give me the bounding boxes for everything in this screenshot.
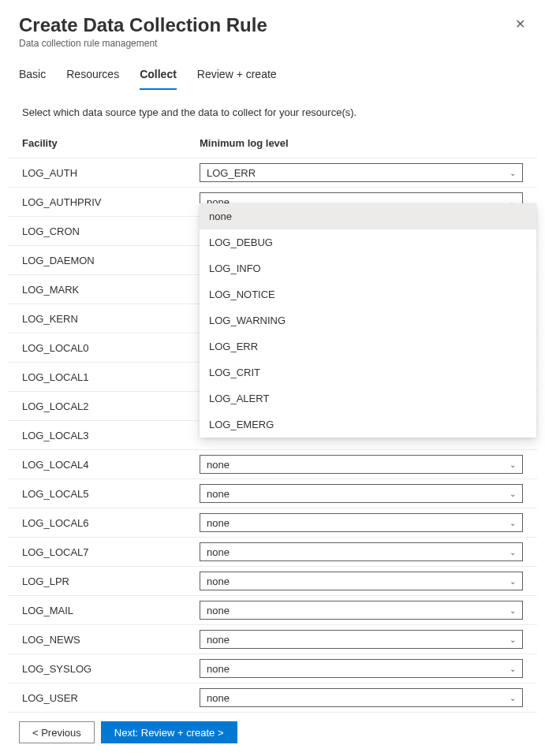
dropdown-option[interactable]: LOG_NOTICE — [200, 281, 536, 307]
tab-review-create[interactable]: Review + create — [197, 68, 277, 90]
select-value: none — [207, 663, 230, 675]
facility-label: LOG_USER — [22, 692, 200, 704]
select-value: none — [207, 605, 230, 616]
facility-label: LOG_LOCAL0 — [22, 342, 200, 354]
page-title: Create Data Collection Rule — [19, 14, 526, 36]
table-row: LOG_AUTHLOG_ERR⌄ — [8, 158, 537, 188]
log-level-select[interactable]: none⌄ — [200, 659, 523, 678]
select-value: none — [207, 546, 230, 558]
description-text: Select which data source type and the da… — [0, 91, 545, 129]
chevron-down-icon: ⌄ — [510, 490, 516, 498]
table-row: LOG_LOCAL4none⌄ — [8, 450, 537, 479]
facility-label: LOG_LOCAL5 — [22, 488, 200, 500]
dropdown-option[interactable]: LOG_WARNING — [200, 307, 536, 333]
dropdown-option[interactable]: LOG_ALERT — [200, 385, 536, 412]
table-row: LOG_LOCAL7none⌄ — [8, 538, 537, 567]
chevron-down-icon: ⌄ — [510, 635, 516, 644]
tab-bar: Basic Resources Collect Review + create — [0, 57, 545, 91]
select-value: none — [207, 575, 230, 587]
facility-label: LOG_MARK — [22, 284, 200, 296]
log-level-select[interactable]: none⌄ — [200, 630, 523, 649]
facility-label: LOG_LOCAL4 — [22, 459, 200, 471]
facility-label: LOG_DAEMON — [22, 255, 200, 266]
dropdown-option[interactable]: none — [200, 203, 536, 229]
chevron-down-icon: ⌄ — [510, 577, 516, 586]
select-value: none — [207, 692, 230, 704]
log-level-select[interactable]: LOG_ERR⌄ — [200, 163, 523, 182]
log-level-select[interactable]: none⌄ — [200, 542, 523, 561]
next-button[interactable]: Next: Review + create > — [101, 721, 237, 743]
chevron-down-icon: ⌄ — [510, 169, 516, 177]
log-level-select[interactable]: none⌄ — [200, 455, 523, 474]
chevron-down-icon: ⌄ — [510, 548, 516, 557]
facility-label: LOG_MAIL — [22, 605, 200, 616]
close-button[interactable]: ✕ — [510, 14, 529, 33]
facility-label: LOG_LOCAL1 — [22, 371, 200, 383]
dropdown-option[interactable]: LOG_CRIT — [200, 359, 536, 385]
chevron-down-icon: ⌄ — [510, 665, 516, 673]
chevron-down-icon: ⌄ — [510, 519, 516, 527]
dropdown-option[interactable]: LOG_DEBUG — [200, 229, 536, 255]
facility-label: LOG_LOCAL6 — [22, 517, 200, 529]
select-value: none — [207, 517, 230, 529]
table-row: LOG_LOCAL6none⌄ — [8, 508, 537, 538]
select-value: none — [207, 459, 230, 471]
log-level-select[interactable]: none⌄ — [200, 572, 523, 590]
log-level-dropdown[interactable]: noneLOG_DEBUGLOG_INFOLOG_NOTICELOG_WARNI… — [200, 203, 536, 438]
page-subtitle: Data collection rule management — [19, 38, 526, 49]
log-level-select[interactable]: none⌄ — [200, 601, 523, 620]
table-row: LOG_USERnone⌄ — [8, 683, 537, 713]
table-row: LOG_LPRnone⌄ — [8, 567, 537, 596]
facility-label: LOG_LPR — [22, 575, 200, 587]
table-row: LOG_LOCAL5none⌄ — [8, 479, 537, 508]
log-level-select[interactable]: none⌄ — [200, 688, 523, 707]
chevron-down-icon: ⌄ — [510, 694, 516, 702]
select-value: none — [207, 634, 230, 646]
log-level-select[interactable]: none⌄ — [200, 513, 523, 532]
table-row: LOG_MAILnone⌄ — [8, 596, 537, 625]
table-row: LOG_SYSLOGnone⌄ — [8, 654, 537, 683]
facility-label: LOG_SYSLOG — [22, 663, 200, 675]
column-header-facility: Facility — [22, 137, 200, 149]
select-value: none — [207, 488, 230, 500]
chevron-down-icon: ⌄ — [510, 606, 516, 615]
select-value: LOG_ERR — [207, 167, 256, 179]
dropdown-option[interactable]: LOG_EMERG — [200, 412, 536, 438]
facility-label: LOG_AUTH — [22, 167, 200, 179]
facility-label: LOG_AUTHPRIV — [22, 196, 200, 208]
table-row: LOG_NEWSnone⌄ — [8, 625, 537, 654]
tab-basic[interactable]: Basic — [19, 68, 46, 90]
facility-label: LOG_KERN — [22, 313, 200, 325]
tab-collect[interactable]: Collect — [140, 68, 177, 90]
facility-label: LOG_LOCAL3 — [22, 430, 200, 441]
facility-label: LOG_LOCAL2 — [22, 400, 200, 412]
table-header-row: Facility Minimum log level — [8, 129, 537, 158]
dropdown-option[interactable]: LOG_ERR — [200, 333, 536, 359]
tab-resources[interactable]: Resources — [66, 68, 119, 90]
facility-label: LOG_CRON — [22, 225, 200, 237]
facility-label: LOG_LOCAL7 — [22, 546, 200, 558]
facility-label: LOG_NEWS — [22, 634, 200, 646]
column-header-level: Minimum log level — [200, 137, 523, 149]
chevron-down-icon: ⌄ — [510, 460, 516, 469]
previous-button[interactable]: < Previous — [19, 721, 95, 743]
log-level-select[interactable]: none⌄ — [200, 484, 523, 503]
dropdown-option[interactable]: LOG_INFO — [200, 255, 536, 281]
close-icon: ✕ — [515, 17, 525, 32]
